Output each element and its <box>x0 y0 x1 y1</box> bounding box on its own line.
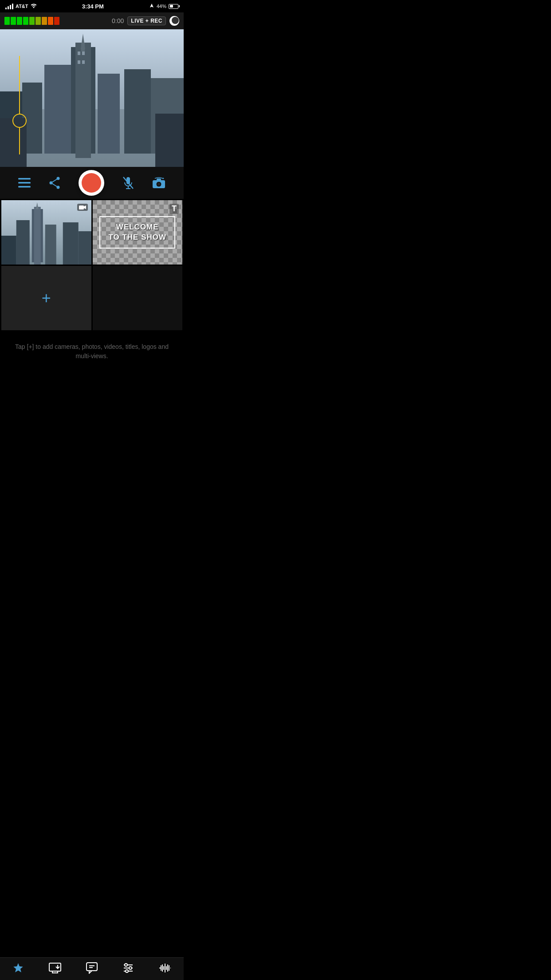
status-time: 3:34 PM <box>82 3 104 10</box>
meter-block <box>48 17 53 25</box>
meter-block <box>23 17 28 25</box>
scene-cell-empty[interactable] <box>93 266 183 330</box>
skyline-svg <box>0 29 184 167</box>
focus-circle <box>12 114 27 128</box>
add-scene-area: + <box>1 266 91 330</box>
camera-scene-icon <box>77 204 88 211</box>
flip-camera-button[interactable] <box>152 177 165 189</box>
share-button[interactable] <box>49 177 60 189</box>
scene-cell-add[interactable]: + <box>1 266 91 330</box>
title-T-icon: T <box>169 204 179 214</box>
svg-rect-18 <box>18 178 31 180</box>
record-dot <box>82 173 101 193</box>
live-rec-badge: LIVE + REC <box>127 16 166 25</box>
signal-bar-4 <box>12 4 13 9</box>
focus-line-top <box>19 56 20 114</box>
signal-bars <box>5 4 13 9</box>
camera-preview[interactable] <box>0 29 184 167</box>
status-bar: AT&T 3:34 PM 44% <box>0 0 184 12</box>
svg-rect-41 <box>63 222 79 265</box>
status-right: 44% <box>149 4 178 9</box>
mute-mic-button[interactable] <box>122 176 134 190</box>
status-left: AT&T <box>5 3 37 9</box>
svg-rect-42 <box>1 236 16 265</box>
signal-bar-1 <box>5 8 7 9</box>
svg-rect-39 <box>16 220 30 265</box>
svg-rect-6 <box>78 51 80 55</box>
meter-block <box>29 17 35 25</box>
svg-rect-44 <box>79 205 84 209</box>
svg-rect-17 <box>155 114 184 167</box>
meter-block <box>11 17 16 25</box>
meter-block <box>17 17 22 25</box>
carrier-label: AT&T <box>16 4 28 9</box>
spacer <box>0 370 184 387</box>
scene-cell-title[interactable]: WELCOME TO THE SHOW T <box>93 200 183 265</box>
meter-block <box>4 17 10 25</box>
signal-bar-3 <box>10 5 11 9</box>
moon-icon[interactable] <box>169 16 179 26</box>
svg-rect-7 <box>82 51 85 55</box>
svg-rect-3 <box>75 43 91 158</box>
focus-line-bottom <box>19 128 20 154</box>
title-scene-inner: WELCOME TO THE SHOW <box>99 216 175 248</box>
svg-marker-45 <box>84 205 86 209</box>
battery-fill <box>170 5 173 8</box>
svg-rect-10 <box>44 65 71 154</box>
svg-rect-11 <box>98 74 120 154</box>
title-line-2: TO THE SHOW <box>108 233 166 242</box>
battery-icon <box>169 4 178 9</box>
add-plus-icon: + <box>42 290 51 306</box>
title-line-1: WELCOME <box>108 222 166 232</box>
svg-rect-8 <box>78 60 80 64</box>
svg-rect-43 <box>79 231 91 265</box>
meter-block <box>42 17 47 25</box>
svg-rect-5 <box>81 43 85 51</box>
battery-percent: 44% <box>157 4 166 9</box>
svg-marker-34 <box>163 178 164 179</box>
record-button[interactable] <box>79 170 104 196</box>
hint-text: Tap [+] to add cameras, photos, videos, … <box>13 342 170 361</box>
controls-bar <box>0 167 184 199</box>
svg-rect-19 <box>18 182 31 184</box>
svg-rect-9 <box>82 60 85 64</box>
scene-grid: WELCOME TO THE SHOW T + <box>0 199 184 332</box>
hamburger-button[interactable] <box>18 178 31 188</box>
camera-scene-preview <box>1 200 91 265</box>
svg-rect-40 <box>45 225 56 265</box>
toolbar-row: 0:00 LIVE + REC <box>0 12 184 29</box>
svg-rect-13 <box>124 69 151 154</box>
timer-display: 0:00 <box>112 17 124 24</box>
focus-indicator[interactable] <box>12 56 27 154</box>
wifi-icon <box>31 3 37 9</box>
svg-rect-20 <box>18 186 31 188</box>
timer-area: 0:00 LIVE + REC <box>112 16 179 26</box>
meter-block <box>35 17 41 25</box>
title-scene-preview: WELCOME TO THE SHOW T <box>93 200 183 265</box>
scene-cell-camera[interactable] <box>1 200 91 265</box>
svg-rect-33 <box>157 178 161 181</box>
location-icon <box>149 4 154 9</box>
empty-scene-area <box>93 266 183 330</box>
svg-line-24 <box>51 178 58 183</box>
svg-line-25 <box>51 183 58 187</box>
svg-rect-37 <box>34 207 41 265</box>
level-meter <box>4 17 59 25</box>
hint-area: Tap [+] to add cameras, photos, videos, … <box>0 332 184 370</box>
svg-point-32 <box>157 183 160 186</box>
meter-block <box>54 17 59 25</box>
signal-bar-2 <box>8 6 9 9</box>
